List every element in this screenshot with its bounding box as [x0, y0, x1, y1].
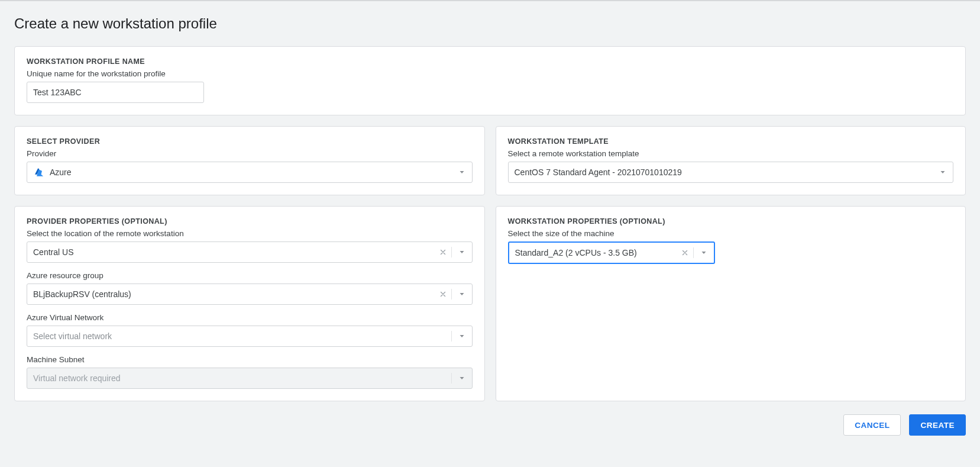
subnet-placeholder: Virtual network required — [33, 373, 121, 383]
resource-group-value: BLjBackupRSV (centralus) — [33, 289, 131, 299]
provider-field-label: Provider — [27, 149, 473, 158]
location-value: Central US — [33, 247, 73, 257]
profile-name-input[interactable] — [27, 82, 204, 103]
page-title: Create a new workstation profile — [14, 15, 966, 32]
azure-icon — [33, 168, 44, 176]
size-value: Standard_A2 (2 vCPUs - 3.5 GB) — [515, 248, 637, 257]
resource-group-select[interactable]: BLjBackupRSV (centralus) — [27, 284, 473, 305]
chevron-down-icon — [694, 249, 714, 257]
provider-props-label: PROVIDER PROPERTIES (optional) — [27, 217, 473, 226]
clear-icon[interactable] — [435, 290, 451, 298]
chevron-down-icon — [933, 168, 953, 176]
size-select[interactable]: Standard_A2 (2 vCPUs - 3.5 GB) — [508, 241, 715, 264]
select-provider-label: SELECT PROVIDER — [27, 137, 473, 146]
chevron-down-icon — [452, 374, 472, 382]
template-label: WORKSTATION TEMPLATE — [508, 137, 954, 146]
location-label: Select the location of the remote workst… — [27, 229, 473, 238]
template-select[interactable]: CentOS 7 Standard Agent - 20210701010219 — [508, 162, 954, 183]
chevron-down-icon — [452, 248, 472, 256]
profile-name-label: WORKSTATION PROFILE NAME — [27, 57, 953, 66]
template-value: CentOS 7 Standard Agent - 20210701010219 — [515, 168, 682, 177]
vnet-select[interactable]: Select virtual network — [27, 326, 473, 347]
create-button[interactable]: CREATE — [909, 414, 966, 436]
vnet-placeholder: Select virtual network — [33, 331, 112, 341]
subnet-select: Virtual network required — [27, 368, 473, 389]
provider-select[interactable]: Azure — [27, 162, 473, 183]
location-select[interactable]: Central US — [27, 241, 473, 263]
card-profile-name: WORKSTATION PROFILE NAME Unique name for… — [14, 46, 966, 115]
size-label: Select the size of the machine — [508, 229, 954, 238]
clear-icon[interactable] — [677, 249, 693, 257]
clear-icon[interactable] — [435, 248, 451, 256]
cancel-button[interactable]: CANCEL — [843, 414, 901, 436]
resource-group-label: Azure resource group — [27, 271, 473, 280]
chevron-down-icon — [452, 332, 472, 340]
card-workstation-template: WORKSTATION TEMPLATE Select a remote wor… — [496, 126, 966, 195]
subnet-label: Machine Subnet — [27, 355, 473, 364]
footer-actions: CANCEL CREATE — [14, 414, 966, 436]
provider-value: Azure — [50, 168, 72, 177]
template-hint: Select a remote workstation template — [508, 149, 954, 158]
card-workstation-properties: WORKSTATION PROPERTIES (optional) Select… — [496, 206, 966, 401]
workstation-props-label: WORKSTATION PROPERTIES (optional) — [508, 217, 954, 226]
chevron-down-icon — [452, 168, 472, 176]
vnet-label: Azure Virtual Network — [27, 313, 473, 322]
profile-name-hint: Unique name for the workstation profile — [27, 69, 953, 78]
card-provider-properties: PROVIDER PROPERTIES (optional) Select th… — [14, 206, 485, 401]
card-select-provider: SELECT PROVIDER Provider Azure — [14, 126, 485, 195]
chevron-down-icon — [452, 290, 472, 298]
